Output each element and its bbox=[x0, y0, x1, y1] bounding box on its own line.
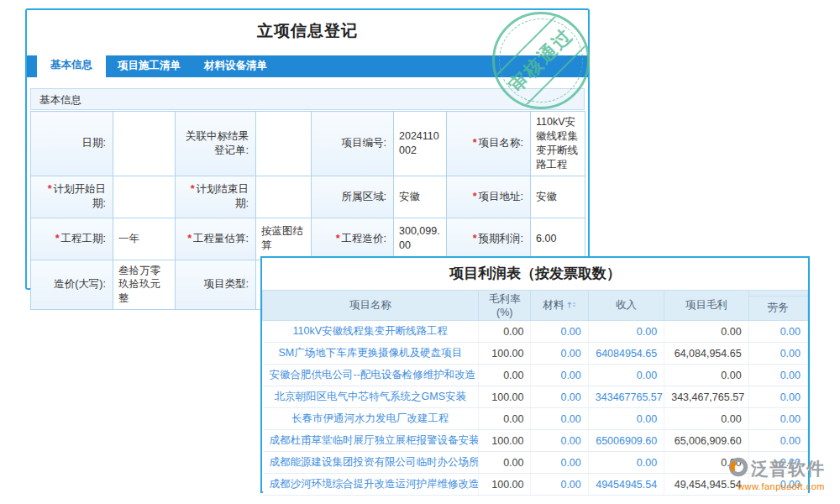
project-name-link[interactable]: 安徽合肥供电公司--配电设备检修维护和改造 bbox=[263, 365, 479, 386]
labor-cell[interactable]: 0.00 bbox=[748, 321, 807, 343]
tab-2[interactable]: 项目施工清单 bbox=[106, 55, 192, 77]
margin-cell: 100.00 bbox=[479, 430, 531, 452]
income-cell[interactable]: 0.00 bbox=[588, 452, 664, 474]
project-name-link[interactable]: 110kV安徽线程集变开断线路工程 bbox=[263, 321, 479, 343]
income-cell[interactable]: 0.00 bbox=[588, 408, 664, 430]
field-value[interactable]: 按蓝图结算 bbox=[256, 218, 312, 260]
field-label: *工程造价: bbox=[312, 218, 394, 260]
field-value[interactable]: 安徽 bbox=[394, 176, 447, 218]
profit-panel-title: 项目利润表（按发票取数） bbox=[262, 258, 808, 290]
project-name-link[interactable]: 成都杜甫草堂临时展厅独立展柜报警设备安装项目 bbox=[263, 430, 479, 452]
sort-icon[interactable] bbox=[567, 300, 576, 312]
field-label: 项目类型: bbox=[176, 260, 256, 310]
field-label: *项目地址: bbox=[447, 176, 531, 218]
field-label: *计划结束日期: bbox=[176, 176, 256, 218]
field-value[interactable] bbox=[256, 112, 312, 176]
column-header-1[interactable]: 项目名称 bbox=[263, 291, 479, 321]
fanpu-logo-icon bbox=[727, 456, 749, 480]
material-cell[interactable]: 0.00 bbox=[531, 343, 588, 365]
profit-row: SM广场地下车库更换摄像机及硬盘项目100.000.0064084954.656… bbox=[263, 343, 808, 365]
profit-row: 110kV安徽线程集变开断线路工程0.000.000.000.000.00 bbox=[263, 321, 808, 343]
field-value[interactable] bbox=[113, 112, 176, 176]
profit-table: 项目名称毛利率 (%)材料收入项目毛利劳务 110kV安徽线程集变开断线路工程0… bbox=[262, 290, 808, 496]
income-cell[interactable]: 0.00 bbox=[588, 365, 664, 386]
stamp-text: 审核通过 bbox=[503, 23, 578, 97]
field-value[interactable] bbox=[256, 176, 312, 218]
field-label: 造价(大写): bbox=[31, 260, 113, 310]
material-cell[interactable]: 0.00 bbox=[531, 321, 588, 343]
field-label: *工程量估算: bbox=[176, 218, 256, 260]
column-header-3[interactable]: 材料 bbox=[531, 291, 588, 321]
gross-profit-cell: 0.00 bbox=[664, 321, 748, 343]
field-value[interactable]: 110kV安徽线程集变开断线路工程 bbox=[531, 112, 585, 176]
screen: 立项信息登记 基本信息项目施工清单材料设备清单 基本信息 日期:关联中标结果登记… bbox=[0, 0, 840, 504]
required-asterisk: * bbox=[473, 191, 477, 202]
income-cell[interactable]: 65006909.60 bbox=[588, 430, 664, 452]
field-label: *预期利润: bbox=[447, 218, 531, 260]
column-group-header bbox=[748, 291, 807, 297]
margin-cell: 100.00 bbox=[479, 474, 531, 496]
gross-profit-cell: 0.00 bbox=[664, 408, 748, 430]
profit-row: 成都沙河环境综合提升改造运河护岸维修改造100.000.0049454945.5… bbox=[263, 474, 808, 496]
labor-cell[interactable]: 0.00 bbox=[748, 430, 807, 452]
profit-row: 北京朝阳区电气中芯特气系统之GMS安装100.000.00343467765.5… bbox=[263, 386, 808, 408]
tab-1[interactable]: 基本信息 bbox=[37, 52, 106, 77]
profit-head-row-1: 项目名称毛利率 (%)材料收入项目毛利 bbox=[263, 291, 808, 297]
required-asterisk: * bbox=[187, 233, 192, 244]
margin-cell: 100.00 bbox=[479, 386, 531, 408]
margin-cell: 0.00 bbox=[479, 452, 531, 474]
material-cell[interactable]: 0.00 bbox=[531, 408, 588, 430]
field-value[interactable]: 6.00 bbox=[531, 218, 585, 260]
material-cell[interactable]: 0.00 bbox=[531, 430, 588, 452]
required-asterisk: * bbox=[473, 137, 477, 149]
project-name-link[interactable]: 成都沙河环境综合提升改造运河护岸维修改造 bbox=[263, 474, 479, 496]
project-name-link[interactable]: 长春市伊通河水力发电厂改建工程 bbox=[263, 408, 479, 430]
project-name-link[interactable]: SM广场地下车库更换摄像机及硬盘项目 bbox=[263, 343, 479, 365]
column-header-6[interactable]: 劳务 bbox=[748, 296, 807, 320]
labor-cell[interactable]: 0.00 bbox=[748, 365, 807, 386]
project-name-link[interactable]: 北京朝阳区电气中芯特气系统之GMS安装 bbox=[263, 386, 479, 408]
project-name-link[interactable]: 成都能源建设集团投资有限公司临时办公场所装修改 bbox=[263, 452, 479, 474]
material-cell[interactable]: 0.00 bbox=[531, 474, 588, 496]
labor-cell[interactable]: 0.00 bbox=[748, 343, 807, 365]
margin-cell: 0.00 bbox=[479, 365, 531, 386]
margin-cell: 100.00 bbox=[479, 343, 531, 365]
material-cell[interactable]: 0.00 bbox=[531, 365, 588, 386]
form-row: *工程工期:一年*工程量估算:按蓝图结算*工程造价:300,099.00*预期利… bbox=[31, 218, 585, 260]
field-label: *计划开始日期: bbox=[31, 176, 113, 218]
fanpu-logo-name: 泛普软件 bbox=[751, 459, 825, 477]
field-value[interactable]: 安徽 bbox=[531, 176, 585, 218]
gross-profit-cell: 0.00 bbox=[664, 365, 748, 386]
profit-row: 成都杜甫草堂临时展厅独立展柜报警设备安装项目100.000.0065006909… bbox=[263, 430, 808, 452]
income-cell[interactable]: 64084954.65 bbox=[588, 343, 664, 365]
field-value[interactable]: 2024110002 bbox=[394, 112, 447, 176]
required-asterisk: * bbox=[191, 183, 195, 195]
profit-row: 成都能源建设集团投资有限公司临时办公场所装修改0.000.000.000.000… bbox=[263, 452, 808, 474]
field-value[interactable]: 300,099.00 bbox=[394, 218, 447, 260]
required-asterisk: * bbox=[48, 183, 52, 195]
margin-cell: 0.00 bbox=[479, 321, 531, 343]
income-cell[interactable]: 0.00 bbox=[588, 321, 664, 343]
fanpu-logo-url: www.fanpusoft.com bbox=[727, 482, 825, 491]
material-cell[interactable]: 0.00 bbox=[531, 452, 588, 474]
field-label: 日期: bbox=[31, 112, 113, 176]
labor-cell[interactable]: 0.00 bbox=[748, 408, 807, 430]
field-value[interactable] bbox=[113, 176, 176, 218]
tab-3[interactable]: 材料设备清单 bbox=[192, 55, 279, 77]
income-cell[interactable]: 49454945.54 bbox=[588, 474, 664, 496]
income-cell[interactable]: 343467765.57 bbox=[588, 386, 664, 408]
field-value[interactable]: 一年 bbox=[113, 218, 176, 260]
column-header-5[interactable]: 项目毛利 bbox=[664, 291, 748, 321]
margin-cell: 0.00 bbox=[479, 408, 531, 430]
material-cell[interactable]: 0.00 bbox=[531, 386, 588, 408]
required-asterisk: * bbox=[473, 233, 477, 244]
field-value[interactable]: 叁拾万零玖拾玖元整 bbox=[113, 260, 176, 310]
field-label: *项目名称: bbox=[447, 112, 531, 176]
column-header-4[interactable]: 收入 bbox=[588, 291, 664, 321]
gross-profit-cell: 343,467,765.57 bbox=[664, 386, 748, 408]
column-header-2[interactable]: 毛利率 (%) bbox=[479, 291, 531, 321]
profit-table-body: 110kV安徽线程集变开断线路工程0.000.000.000.000.00SM广… bbox=[263, 321, 808, 496]
field-label: 所属区域: bbox=[312, 176, 394, 218]
required-asterisk: * bbox=[336, 233, 340, 244]
labor-cell[interactable]: 0.00 bbox=[748, 386, 807, 408]
